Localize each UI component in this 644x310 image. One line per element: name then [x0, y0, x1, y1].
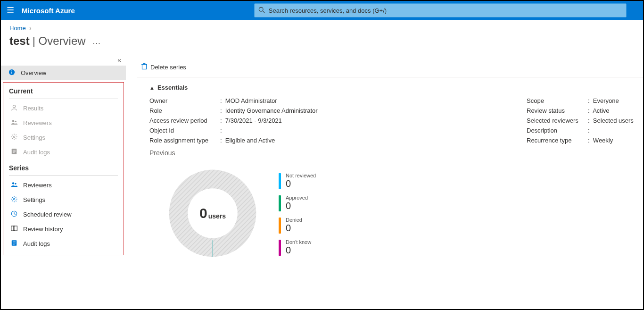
svg-point-21	[12, 182, 14, 184]
essentials-key: Role	[149, 107, 220, 114]
legend-value: 0	[286, 223, 302, 234]
trash-icon	[141, 63, 148, 71]
essentials-key: Access review period	[149, 117, 220, 124]
people-icon	[9, 181, 19, 189]
search-box[interactable]	[254, 3, 627, 17]
sidebar-item-label: Scheduled review	[23, 211, 72, 218]
svg-line-31	[12, 201, 13, 201]
essentials-value: : Weekly	[588, 137, 613, 144]
svg-point-5	[13, 105, 15, 108]
person-icon	[9, 104, 19, 112]
essentials-key: Owner	[149, 97, 220, 104]
svg-point-22	[15, 183, 16, 184]
hamburger-icon[interactable]: ☰	[1, 5, 20, 16]
svg-line-29	[16, 201, 17, 201]
essentials-value: :	[588, 127, 593, 134]
svg-rect-35	[11, 226, 14, 231]
chevron-up-icon: ▲	[149, 85, 155, 91]
essentials-row-recur: Recurrence type : Weekly	[527, 135, 634, 145]
legend-value: 0	[286, 201, 308, 211]
essentials-key: Selected reviewers	[527, 117, 588, 124]
essentials-value: : 7/30/2021 - 9/3/2021	[220, 117, 282, 124]
svg-line-14	[16, 138, 17, 139]
essentials-value: : Active	[588, 107, 610, 114]
divider	[9, 99, 118, 99]
sidebar-item-label: Reviewers	[23, 119, 52, 126]
svg-rect-41	[142, 65, 147, 69]
donut-center: 0 users	[161, 161, 264, 265]
svg-point-6	[12, 120, 14, 122]
svg-line-1	[263, 11, 264, 13]
sidebar-item-overview[interactable]: Overview	[1, 66, 126, 80]
people-icon	[9, 119, 19, 127]
page-section-text: Overview	[39, 34, 86, 47]
sidebar-item-auditlogs-current[interactable]: Audit logs	[3, 145, 124, 159]
legend-value: 0	[286, 178, 316, 189]
sidebar-item-settings-series[interactable]: Settings	[3, 193, 124, 207]
search-input[interactable]	[268, 7, 622, 15]
sidebar-item-scheduled-review[interactable]: Scheduled review	[3, 207, 124, 222]
essentials-row-status: Review status : Active	[527, 106, 634, 116]
breadcrumb-home[interactable]: Home	[9, 25, 26, 32]
chart-legend: Not reviewed0 Approved0 Denied0 Don't kn…	[279, 173, 316, 256]
svg-point-7	[15, 121, 16, 122]
essentials-value: : Eligible and Active	[220, 137, 275, 144]
svg-rect-36	[13, 226, 17, 231]
donut-chart: 0 users	[161, 161, 264, 265]
divider	[9, 176, 118, 176]
legend-item-denied: Denied0	[279, 217, 316, 234]
breadcrumb: Home ›	[1, 20, 643, 32]
svg-line-15	[16, 134, 17, 135]
gear-icon	[9, 196, 19, 204]
chevron-right-icon: ›	[29, 25, 31, 32]
sidebar: « Overview Current Results Reviewers	[1, 57, 126, 309]
legend-color-icon	[279, 195, 281, 211]
sidebar-item-reviewers-current[interactable]: Reviewers	[3, 116, 124, 130]
essentials-value: : Selected users	[588, 117, 634, 124]
sidebar-item-review-history[interactable]: Review history	[3, 222, 124, 236]
log-icon	[9, 148, 19, 156]
page-name: test	[9, 34, 30, 48]
essentials-key: Review status	[527, 107, 588, 114]
sidebar-item-auditlogs-series[interactable]: Audit logs	[3, 236, 124, 251]
legend-value: 0	[286, 245, 311, 256]
svg-point-0	[259, 7, 263, 11]
essentials-value: : Everyone	[588, 97, 619, 104]
page-section: | Overview	[33, 34, 86, 48]
sidebar-item-results[interactable]: Results	[3, 101, 124, 116]
search-wrap	[254, 3, 643, 17]
svg-rect-3	[11, 72, 12, 74]
essentials-row-scope: Scope : Everyone	[527, 96, 634, 106]
essentials-toggle[interactable]: ▲ . Essentials	[149, 84, 643, 91]
sidebar-section-current: Current	[3, 83, 124, 97]
sidebar-item-reviewers-series[interactable]: Reviewers	[3, 178, 124, 193]
legend-label: Denied	[286, 217, 302, 223]
essentials-row-role: Role : Identity Governance Administrator	[149, 106, 527, 116]
collapse-icon[interactable]: «	[117, 56, 121, 64]
svg-line-28	[12, 197, 13, 198]
delete-series-button[interactable]: Delete series	[137, 61, 190, 73]
donut-unit: users	[208, 212, 226, 220]
main-content: Delete series ▲ . Essentials Owner : MOD…	[126, 57, 643, 309]
sidebar-item-label: Audit logs	[23, 240, 50, 247]
more-icon[interactable]: …	[92, 36, 101, 46]
essentials-row-period: Access review period : 7/30/2021 - 9/3/2…	[149, 116, 527, 126]
chart-area: 0 users Not reviewed0 Approved0 Denied0	[137, 157, 643, 265]
essentials-key: Scope	[527, 97, 588, 104]
sidebar-item-label: Reviewers	[23, 182, 52, 189]
top-bar: ☰ Microsoft Azure	[1, 1, 643, 20]
search-icon	[258, 7, 265, 15]
essentials-key: Recurrence type	[527, 137, 588, 144]
essentials-row-objectid: Object Id :	[149, 126, 527, 135]
sidebar-item-settings-current[interactable]: Settings	[3, 130, 124, 145]
svg-point-23	[13, 198, 15, 200]
legend-item-dontknow: Don't know0	[279, 239, 316, 256]
legend-item-notreviewed: Not reviewed0	[279, 173, 316, 189]
essentials-key: Description	[527, 127, 588, 134]
legend-label: Approved	[286, 195, 308, 201]
sidebar-item-label: Overview	[21, 69, 46, 76]
essentials-value: :	[220, 127, 225, 134]
gear-icon	[9, 134, 19, 142]
brand-label: Microsoft Azure	[22, 7, 75, 15]
log-icon	[9, 240, 19, 248]
